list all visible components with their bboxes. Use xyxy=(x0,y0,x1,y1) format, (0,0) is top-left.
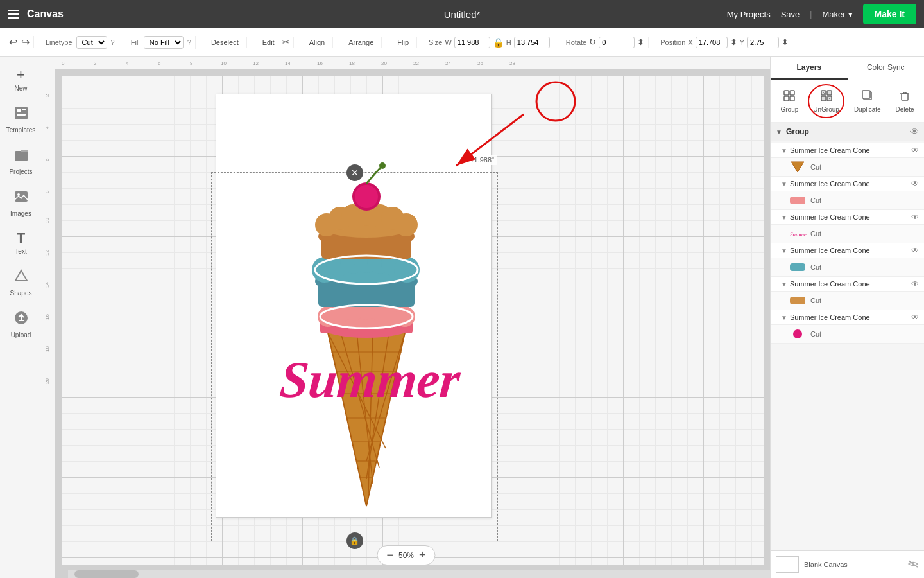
sidebar-item-shapes[interactable]: Shapes xyxy=(3,263,40,302)
svg-marker-7 xyxy=(15,270,27,281)
tab-layers[interactable]: Layers xyxy=(771,57,848,80)
rotate-stepper[interactable]: ⬍ xyxy=(637,37,644,47)
grid-canvas: ✕ 🔒 11.988" xyxy=(62,76,764,565)
layer-eye-3[interactable]: 👁 xyxy=(911,213,919,222)
tab-color-sync[interactable]: Color Sync xyxy=(848,57,925,80)
shapes-icon xyxy=(13,268,30,288)
linetype-group: Linetype Cut ? xyxy=(42,36,119,49)
canvas-scroll[interactable]: ✕ 🔒 11.988" xyxy=(55,69,770,578)
blank-canvas-eye[interactable] xyxy=(907,559,919,570)
edit-button[interactable]: Edit xyxy=(259,37,278,48)
group-button[interactable]: Group xyxy=(776,87,804,116)
rotate-group: Rotate ↻ ⬍ xyxy=(562,37,649,48)
group-visibility-icon[interactable]: 👁 xyxy=(910,127,919,137)
delete-button[interactable]: Delete xyxy=(891,87,920,116)
make-it-button[interactable]: Make It xyxy=(863,4,916,24)
svg-rect-0 xyxy=(15,107,28,119)
linetype-help[interactable]: ? xyxy=(111,39,115,46)
templates-icon xyxy=(13,105,30,125)
layer-subitem-2: Cut xyxy=(771,191,924,210)
layer-item-4[interactable]: ▼ Summer Ice Cream Cone 👁 xyxy=(771,243,924,258)
horizontal-scrollbar[interactable] xyxy=(68,570,770,578)
layer-eye-2[interactable]: 👁 xyxy=(911,179,919,188)
layer-chevron-1[interactable]: ▼ xyxy=(781,147,787,154)
undo-button[interactable]: ↩ xyxy=(9,36,17,48)
layer-eye-1[interactable]: 👁 xyxy=(911,146,919,155)
ungroup-button[interactable]: UnGroup xyxy=(808,84,844,118)
svg-rect-5 xyxy=(15,191,28,202)
duplicate-button[interactable]: Duplicate xyxy=(849,87,886,116)
zoom-in-button[interactable]: + xyxy=(419,548,426,562)
layer-subitem-4: Cut xyxy=(771,258,924,277)
lock-handle[interactable]: 🔒 xyxy=(346,532,363,549)
sidebar-item-templates[interactable]: Templates xyxy=(3,100,40,139)
layer-chevron-5[interactable]: ▼ xyxy=(781,281,787,288)
align-button[interactable]: Align xyxy=(305,37,329,48)
sidebar-item-upload-label: Upload xyxy=(11,331,31,338)
my-projects-button[interactable]: My Projects xyxy=(727,10,771,19)
sidebar-item-images[interactable]: Images xyxy=(3,183,40,222)
blank-canvas-label: Blank Canvas xyxy=(804,561,907,568)
y-input[interactable] xyxy=(747,37,779,48)
zoom-out-button[interactable]: − xyxy=(386,548,393,562)
maker-button[interactable]: Maker ▾ xyxy=(822,10,852,19)
height-input[interactable] xyxy=(514,37,550,48)
hamburger-menu[interactable] xyxy=(8,10,19,19)
document-title: Untitled* xyxy=(444,9,481,20)
layer-item-1[interactable]: ▼ Summer Ice Cream Cone 👁 xyxy=(771,143,924,158)
sidebar-item-projects[interactable]: Projects xyxy=(3,141,40,180)
fill-select[interactable]: No Fill xyxy=(144,36,184,49)
group-header[interactable]: ▼ Group 👁 xyxy=(771,123,924,141)
svg-text:20: 20 xyxy=(381,60,387,66)
x-stepper[interactable]: ⬍ xyxy=(730,37,737,47)
sidebar-item-new[interactable]: + New xyxy=(3,62,40,97)
layer-chevron-2[interactable]: ▼ xyxy=(781,180,787,188)
svg-rect-4 xyxy=(15,151,28,161)
layer-chevron-3[interactable]: ▼ xyxy=(781,214,787,221)
svg-text:2: 2 xyxy=(94,60,97,66)
x-input[interactable] xyxy=(696,37,728,48)
svg-text:16: 16 xyxy=(317,60,323,66)
layer-eye-4[interactable]: 👁 xyxy=(911,246,919,255)
edit-icon[interactable]: ✂ xyxy=(282,37,289,47)
y-stepper[interactable]: ⬍ xyxy=(782,37,789,47)
width-input[interactable] xyxy=(454,37,490,48)
scrollbar-thumb[interactable] xyxy=(74,570,139,578)
sidebar-item-upload[interactable]: Upload xyxy=(3,304,40,344)
save-button[interactable]: Save xyxy=(781,10,800,19)
zoom-level: 50% xyxy=(398,551,414,560)
layer-chevron-4[interactable]: ▼ xyxy=(781,247,787,254)
undo-redo-group: ↩ ↪ xyxy=(5,36,34,48)
svg-text:22: 22 xyxy=(413,60,419,66)
layer-thumb-2 xyxy=(789,194,807,207)
svg-text:8: 8 xyxy=(44,190,50,193)
svg-text:10: 10 xyxy=(221,60,227,66)
sidebar-item-text[interactable]: T Text xyxy=(3,225,40,260)
svg-marker-103 xyxy=(791,162,804,172)
flip-button[interactable]: Flip xyxy=(393,37,413,48)
zoom-controls: − 50% + xyxy=(377,545,435,565)
svg-rect-104 xyxy=(790,197,805,204)
svg-text:4: 4 xyxy=(44,126,50,129)
layer-item-5[interactable]: ▼ Summer Ice Cream Cone 👁 xyxy=(771,277,924,292)
ruler-corner xyxy=(42,57,55,69)
layer-item-6[interactable]: ▼ Summer Ice Cream Cone 👁 xyxy=(771,310,924,325)
svg-rect-87 xyxy=(784,91,789,95)
rotate-input[interactable] xyxy=(599,37,635,48)
duplicate-icon xyxy=(861,89,874,105)
svg-rect-92 xyxy=(827,91,832,95)
svg-line-109 xyxy=(909,561,918,567)
svg-point-86 xyxy=(536,82,575,121)
deselect-button[interactable]: Deselect xyxy=(207,37,243,48)
layer-name-5: Summer Ice Cream Cone xyxy=(790,280,909,288)
layer-eye-6[interactable]: 👁 xyxy=(911,313,919,322)
linetype-select[interactable]: Cut xyxy=(76,36,107,49)
redo-button[interactable]: ↪ xyxy=(21,36,30,48)
arrange-button[interactable]: Arrange xyxy=(345,37,377,48)
fill-help[interactable]: ? xyxy=(187,39,191,46)
layer-chevron-6[interactable]: ▼ xyxy=(781,314,787,321)
layer-item-3[interactable]: ▼ Summer Ice Cream Cone 👁 xyxy=(771,210,924,225)
layer-name-1: Summer Ice Cream Cone xyxy=(790,146,909,154)
layer-eye-5[interactable]: 👁 xyxy=(911,279,919,288)
layer-item-2[interactable]: ▼ Summer Ice Cream Cone 👁 xyxy=(771,177,924,191)
